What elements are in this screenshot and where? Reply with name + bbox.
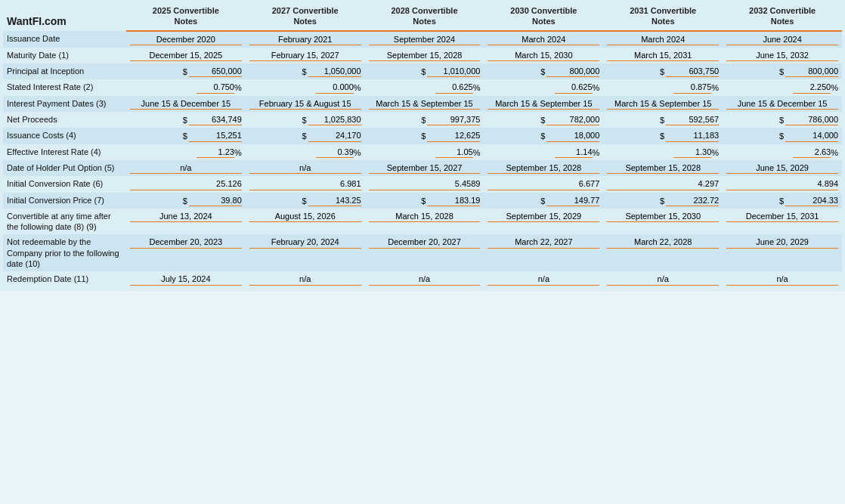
cell-value: 25.126: [130, 178, 242, 190]
data-cell: June 15 & December 15: [126, 96, 246, 112]
cell-value: 24,170: [308, 130, 361, 141]
data-cell: February 2021: [246, 31, 365, 48]
cell-value: 1,050,000: [308, 66, 361, 77]
data-cell: $12,625: [365, 128, 484, 144]
dollar-sign: $: [183, 131, 187, 141]
cell-value: n/a: [726, 274, 838, 285]
data-cell: $18,000: [484, 128, 603, 144]
data-cell: $204.33: [723, 193, 842, 209]
data-cell: 5.4589: [365, 176, 484, 192]
cell-value: 15,251: [189, 130, 242, 141]
data-cell: $1,025,830: [246, 112, 365, 128]
col-header-2027: 2027 Convertible Notes: [246, 3, 365, 31]
percent-symbol: %: [593, 147, 600, 158]
cell-value: 1.05: [435, 147, 473, 158]
data-cell: n/a: [723, 271, 842, 287]
cell-value: 800,000: [785, 66, 838, 77]
cell-value: 18,000: [546, 130, 599, 141]
data-cell: $183.19: [365, 193, 484, 209]
cell-value: 0.39: [316, 147, 354, 158]
cell-value: 183.19: [427, 195, 480, 206]
cell-value: December 15, 2025: [130, 50, 242, 61]
table-row: Stated Interest Rate (2)0.750 %0.000 %0.…: [3, 79, 842, 95]
data-cell: December 20, 2027: [365, 234, 484, 271]
cell-value: 634,749: [189, 114, 242, 125]
cell-value: December 20, 2027: [369, 237, 481, 248]
col-header-2030: 2030 Convertible Notes: [484, 3, 603, 31]
data-cell: n/a: [484, 271, 603, 287]
data-cell: 6.981: [246, 176, 365, 192]
cell-value: June 13, 2024: [130, 211, 242, 222]
data-cell: December 15, 2031: [723, 209, 842, 235]
row-label: Interest Payment Dates (3): [3, 96, 126, 112]
table-row: Issuance DateDecember 2020February 2021S…: [3, 31, 842, 48]
data-cell: September 15, 2028: [603, 160, 723, 176]
data-cell: $1,050,000: [246, 63, 365, 79]
convertible-notes-table: WantFI.com 2025 Convertible Notes 2027 C…: [3, 3, 842, 288]
cell-value: September 15, 2027: [369, 162, 481, 174]
cell-value: 11,183: [666, 130, 719, 141]
cell-value: February 20, 2024: [249, 237, 361, 248]
data-cell: July 15, 2024: [126, 271, 246, 287]
cell-value: March 15, 2030: [488, 50, 599, 61]
data-cell: March 15, 2031: [603, 48, 723, 63]
cell-value: 650,000: [189, 66, 242, 77]
data-cell: $786,000: [723, 112, 842, 128]
table-row: Interest Payment Dates (3)June 15 & Dece…: [3, 96, 842, 112]
cell-value: 0.625: [435, 82, 473, 93]
cell-value: February 15, 2027: [249, 50, 361, 61]
data-cell: June 15, 2029: [723, 160, 842, 176]
cell-value: 800,000: [546, 66, 599, 77]
data-cell: September 15, 2029: [484, 209, 603, 235]
row-label: Principal at Inception: [3, 63, 126, 79]
cell-value: 5.4589: [369, 178, 481, 190]
row-label: Convertible at any time after the follow…: [3, 209, 126, 235]
table-row: Initial Conversion Rate (6)25.1266.9815.…: [3, 176, 842, 192]
cell-value: March 15 & September 15: [607, 98, 719, 110]
row-label: Net Proceeds: [3, 112, 126, 128]
cell-value: n/a: [488, 274, 599, 285]
data-cell: 4.894: [723, 176, 842, 192]
percent-symbol: %: [234, 147, 242, 158]
data-cell: June 15 & December 15: [723, 96, 842, 112]
data-cell: February 20, 2024: [246, 234, 365, 271]
percent-symbol: %: [473, 147, 481, 158]
data-cell: $592,567: [603, 112, 723, 128]
cell-value: 997,375: [427, 114, 480, 125]
data-cell: March 2024: [603, 31, 723, 48]
data-cell: 0.875 %: [603, 79, 723, 95]
dollar-sign: $: [540, 66, 545, 77]
dollar-sign: $: [660, 66, 664, 77]
cell-value: 1.14: [555, 147, 593, 158]
data-cell: 1.23 %: [126, 144, 246, 160]
data-cell: September 15, 2028: [484, 160, 603, 176]
cell-value: March 22, 2028: [607, 237, 719, 248]
data-cell: $1,010,000: [365, 63, 484, 79]
percent-symbol: %: [711, 82, 719, 93]
cell-value: n/a: [249, 274, 361, 285]
table-row: Initial Conversion Price (7)$39.80$143.2…: [3, 193, 842, 209]
data-cell: $149.77: [484, 193, 603, 209]
cell-value: 6.981: [249, 178, 361, 190]
cell-value: December 15, 2031: [726, 211, 838, 222]
percent-symbol: %: [354, 147, 361, 158]
dollar-sign: $: [540, 196, 545, 206]
data-cell: $997,375: [365, 112, 484, 128]
cell-value: February 15 & August 15: [249, 98, 361, 110]
cell-value: 0.625: [555, 82, 593, 93]
data-cell: 0.39 %: [246, 144, 365, 160]
cell-value: 1.23: [197, 147, 234, 158]
data-cell: $24,170: [246, 128, 365, 144]
cell-value: 786,000: [785, 114, 838, 125]
cell-value: March 2024: [488, 34, 599, 45]
data-cell: 0.000 %: [246, 79, 365, 95]
data-cell: February 15 & August 15: [246, 96, 365, 112]
data-cell: n/a: [246, 271, 365, 287]
data-cell: n/a: [126, 160, 246, 176]
cell-value: February 2021: [249, 34, 361, 45]
cell-value: July 15, 2024: [130, 274, 242, 285]
cell-value: September 15, 2028: [488, 162, 599, 174]
table-row: Effective Interest Rate (4)1.23 %0.39 %1…: [3, 144, 842, 160]
cell-value: 4.297: [607, 178, 719, 190]
cell-value: 0.750: [197, 82, 234, 93]
